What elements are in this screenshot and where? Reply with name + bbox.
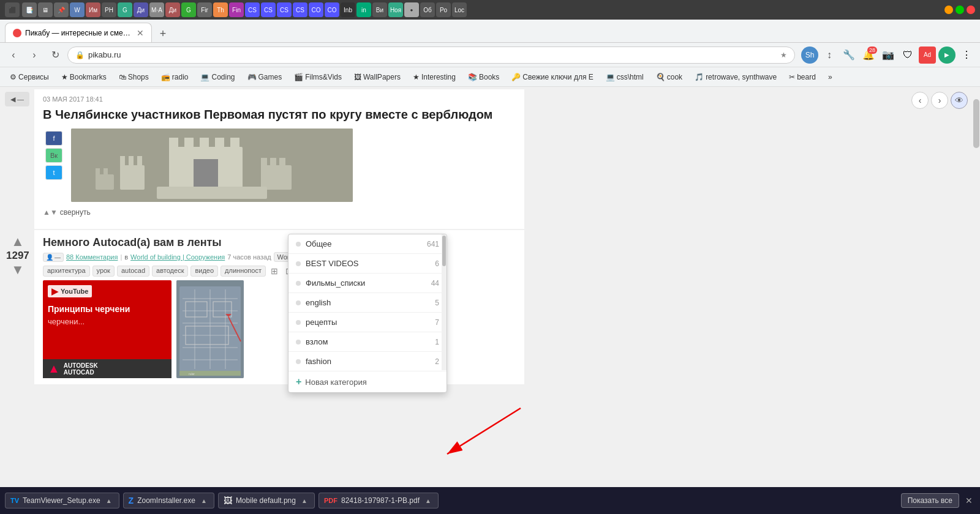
vote-up-btn[interactable]: ▲ (11, 235, 24, 248)
show-all-btn[interactable]: Показать все (901, 493, 959, 508)
extensions-icon[interactable]: 🔧 (840, 47, 858, 64)
tag-autocad[interactable]: autocad (117, 266, 149, 277)
bm-games[interactable]: 🎮 Games (243, 72, 287, 83)
dropdown-scrollbar[interactable] (442, 234, 447, 370)
toolbar-icon-21[interactable]: Inb (341, 2, 355, 17)
bm-beard[interactable]: ✂ beard (784, 72, 821, 83)
forward-btn[interactable]: › (26, 47, 43, 64)
dropdown-item-best[interactable]: BEST VIDEOS 6 (288, 254, 447, 274)
tag-urok[interactable]: урок (92, 266, 115, 277)
address-bar[interactable]: 🔒 pikabu.ru ★ (67, 47, 795, 64)
toolbar-icon-11[interactable]: G (181, 2, 196, 17)
community-link[interactable]: World of building | Сооружения (130, 253, 225, 261)
toolbar-icon-16[interactable]: CS (261, 2, 276, 17)
facebook-share-btn[interactable]: f (45, 131, 62, 146)
bm-servisy[interactable]: ⚙ Сервисы (5, 72, 54, 83)
toolbar-icon-3[interactable]: 📌 (54, 2, 69, 17)
taskbar-mobile-png[interactable]: 🖼 Mobile default.png ▲ (218, 493, 315, 508)
taskbar-mobile-expand[interactable]: ▲ (300, 496, 309, 505)
toolbar-active-tab[interactable]: ● (404, 2, 419, 17)
toolbar-icon-4[interactable]: W (70, 2, 85, 17)
dropdown-item-fashion[interactable]: fashion 2 (288, 352, 447, 371)
tag-avtodesk[interactable]: автодеск (152, 266, 188, 277)
taskbar-pdf-expand[interactable]: ▲ (423, 496, 433, 505)
minimize-btn[interactable] (944, 6, 953, 14)
active-tab[interactable]: Пикабу — интересные и смешные картинки ✕ (5, 23, 152, 42)
close-btn[interactable] (967, 6, 975, 14)
toolbar-icon-12[interactable]: Fir (197, 2, 212, 17)
bm-retrowave[interactable]: 🎵 retrowave, synthwave (690, 72, 782, 83)
bm-shops[interactable]: 🛍 Shops (114, 72, 154, 83)
toolbar-icon-1[interactable]: 📑 (22, 2, 37, 17)
toolbar-icon-20[interactable]: CO (325, 2, 339, 17)
sidebar-collapse-btn[interactable]: ◀ — (5, 92, 29, 106)
bm-wallpapers[interactable]: 🖼 WallPapers (349, 72, 405, 83)
profile-icon[interactable]: Sh (801, 47, 818, 64)
toolbar-icon-9[interactable]: M·A (149, 2, 164, 17)
bm-bookmarks[interactable]: ★ Bookmarks (56, 72, 111, 83)
maximize-btn[interactable] (956, 6, 964, 14)
bm-csshtml[interactable]: 💻 css\html (601, 72, 649, 83)
collapse-btn[interactable]: ▲▼ свернуть (43, 207, 516, 218)
bm-coding[interactable]: 💻 Coding (195, 72, 239, 83)
toolbar-icon-15[interactable]: CS (245, 2, 260, 17)
dropdown-item-recepty[interactable]: рецепты 7 (288, 313, 447, 332)
toolbar-icon-2[interactable]: 🖥 (38, 2, 53, 17)
vk-share-btn[interactable]: Вк (45, 148, 62, 163)
toolbar-icon-5[interactable]: Им (86, 2, 100, 17)
right-scrollbar[interactable] (973, 87, 980, 487)
toolbar-icon-7[interactable]: G (118, 2, 132, 17)
vote-down-btn[interactable]: ▼ (11, 263, 24, 277)
tab-close-btn[interactable]: ✕ (137, 28, 144, 38)
taskbar-teamviewer-expand[interactable]: ▲ (104, 496, 114, 505)
tag-arkhitektura[interactable]: архитектура (43, 266, 90, 277)
toolbar-icon-10[interactable]: Ди (165, 2, 180, 17)
next-arrow-btn[interactable]: › (931, 92, 948, 109)
taskbar-pdf[interactable]: PDF 82418-197987-1-PB.pdf ▲ (318, 493, 439, 508)
comments-link[interactable]: 88 Комментария (66, 253, 118, 261)
toolbar-icon-27[interactable]: Loc (452, 2, 467, 17)
toolbar-icon-24[interactable]: Ноя (388, 2, 403, 17)
taskbar-close-btn[interactable]: ✕ (963, 496, 975, 505)
toolbar-icon-8[interactable]: Ди (134, 2, 148, 17)
dropdown-item-vzlom[interactable]: взлом 1 (288, 332, 447, 352)
toolbar-icon-25[interactable]: Об (420, 2, 435, 17)
dropdown-item-filmy[interactable]: Фильмы_списки 44 (288, 274, 447, 293)
dropdown-item-english[interactable]: english 5 (288, 293, 447, 313)
toolbar-icon-17[interactable]: CS (277, 2, 292, 17)
prev-arrow-btn[interactable]: ‹ (911, 92, 929, 109)
reader-mode-btn[interactable]: 👁 (951, 92, 968, 109)
reload-btn[interactable]: ↻ (47, 47, 64, 64)
toolbar-icon-14[interactable]: Fin (229, 2, 244, 17)
taskbar-teamviewer[interactable]: TV TeamViewer_Setup.exe ▲ (5, 493, 119, 508)
back-btn[interactable]: ‹ (5, 47, 22, 64)
tag-video[interactable]: видео (190, 266, 218, 277)
dropdown-add-category[interactable]: + Новая категория (288, 371, 447, 392)
bm-cook[interactable]: 🍳 cook (651, 72, 687, 83)
kaspersky-icon[interactable]: 🛡 (899, 47, 916, 64)
taskbar-zoom-expand[interactable]: ▲ (199, 496, 209, 505)
taskbar-zoom[interactable]: Z ZoomInstaller.exe ▲ (123, 493, 214, 508)
toolbar-icon-13[interactable]: Th (213, 2, 228, 17)
dropdown-item-obshchee[interactable]: Общее 641 (288, 234, 447, 254)
bm-interesting[interactable]: ★ Interesting (408, 72, 461, 83)
bm-radio[interactable]: 📻 radio (156, 72, 194, 83)
bm-keys[interactable]: 🔑 Свежие ключи для Е (507, 72, 598, 83)
bm-books[interactable]: 📚 Books (463, 72, 504, 83)
tag-more-btn[interactable]: ⊞ (268, 266, 281, 277)
toolbar-icon-26[interactable]: Po (436, 2, 451, 17)
addon-icon-2[interactable]: ▶ (938, 47, 956, 64)
star-icon[interactable]: ★ (780, 51, 787, 59)
addon-icon-1[interactable]: Ad (919, 47, 936, 64)
bm-filmsvids[interactable]: 🎬 Films&Vids (289, 72, 347, 83)
toolbar-icon-19[interactable]: CO (309, 2, 323, 17)
sync-icon[interactable]: ↕ (821, 47, 838, 64)
bm-more[interactable]: » (823, 72, 837, 83)
screenshot-icon[interactable]: 📷 (880, 47, 897, 64)
toolbar-icon-22[interactable]: in (356, 2, 371, 17)
new-tab-btn[interactable]: + (154, 25, 172, 42)
toolbar-icon-18[interactable]: CS (293, 2, 307, 17)
twitter-share-btn[interactable]: t (45, 165, 62, 180)
tag-dlinnpost[interactable]: длиннопост (221, 266, 266, 277)
youtube-thumbnail[interactable]: ▶ YouTube Принципы черчени черчени... ▲ … (43, 280, 172, 378)
